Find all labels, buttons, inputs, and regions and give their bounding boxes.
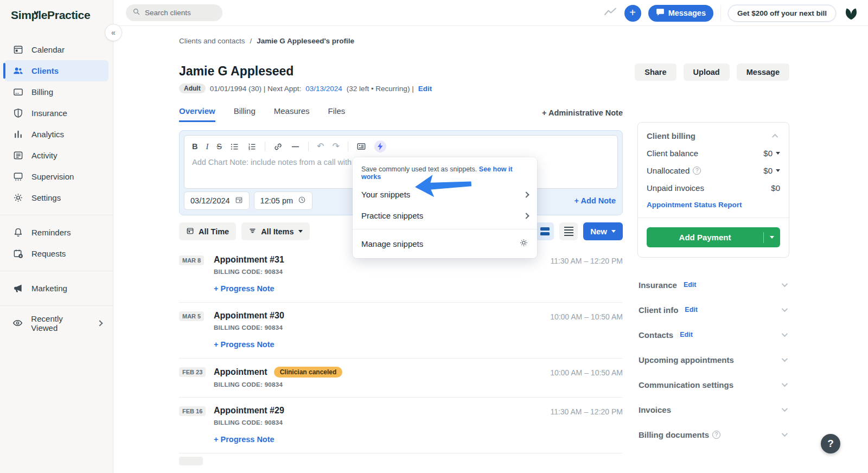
- clients-icon: [12, 66, 23, 76]
- new-button[interactable]: New: [583, 222, 623, 240]
- message-button[interactable]: Message: [737, 63, 789, 81]
- chevron-down-icon[interactable]: [782, 356, 788, 362]
- chevron-down-icon[interactable]: [776, 152, 780, 155]
- client-meta-edit-link[interactable]: Edit: [418, 85, 432, 93]
- progress-note-link[interactable]: + Progress Note: [214, 284, 623, 293]
- progress-note-link[interactable]: + Progress Note: [214, 340, 623, 349]
- section-communication-settings[interactable]: Communication settings: [637, 372, 789, 397]
- progress-note-link[interactable]: + Progress Note: [214, 435, 623, 444]
- note-time-input[interactable]: 12:05 pm: [254, 191, 312, 210]
- section-invoices[interactable]: Invoices: [637, 397, 789, 422]
- upload-button[interactable]: Upload: [684, 63, 730, 81]
- section-billing-documents[interactable]: Billing documents?: [637, 422, 789, 447]
- side-sections: InsuranceEditClient infoEditContactsEdit…: [637, 272, 789, 447]
- administrative-note-button[interactable]: + Administrative Note: [542, 108, 623, 122]
- italic-icon[interactable]: I: [206, 142, 208, 151]
- bold-icon[interactable]: B: [192, 142, 197, 151]
- billing-row-value[interactable]: $0: [763, 149, 780, 158]
- chevron-down-icon[interactable]: [782, 381, 788, 387]
- note-date-input[interactable]: 03/12/2024: [184, 191, 250, 210]
- manage-snippets-item[interactable]: Manage snippets: [353, 232, 537, 255]
- section-client-info[interactable]: Client infoEdit: [637, 297, 789, 322]
- right-rail: Client billing Client balance$0Unallocat…: [637, 122, 789, 447]
- section-edit-link[interactable]: Edit: [685, 306, 698, 314]
- section-upcoming-appointments[interactable]: Upcoming appointments: [637, 347, 789, 372]
- billing-row-client-balance: Client balance$0: [647, 149, 780, 158]
- sidebar-item-requests[interactable]: Requests: [4, 243, 108, 264]
- search-bar[interactable]: [126, 4, 222, 21]
- sidebar-item-supervision[interactable]: Supervision: [4, 166, 108, 187]
- your-snippets-item[interactable]: Your snippets: [353, 184, 537, 205]
- filter-icon: [248, 227, 257, 237]
- billing-row-value[interactable]: $0: [763, 166, 780, 175]
- appointment-title[interactable]: Appointment #30: [214, 311, 284, 321]
- appointment-title[interactable]: Appointment #31: [214, 255, 284, 265]
- undo-icon[interactable]: ↶: [317, 142, 324, 151]
- sidebar-item-settings[interactable]: Settings: [4, 187, 108, 208]
- chevron-down-icon[interactable]: [782, 306, 788, 312]
- chevron-down-icon[interactable]: [782, 406, 788, 412]
- sidebar-item-reminders[interactable]: Reminders: [4, 222, 108, 243]
- appointment-title[interactable]: Appointment #29: [214, 406, 284, 416]
- sidebar-item-recently-viewed[interactable]: Recently Viewed: [4, 312, 108, 334]
- tab-billing[interactable]: Billing: [234, 106, 256, 122]
- sidebar-collapse-button[interactable]: «: [105, 24, 122, 41]
- search-input[interactable]: [145, 9, 215, 17]
- messages-button[interactable]: Messages: [648, 5, 713, 22]
- add-payment-button[interactable]: Add Payment: [647, 227, 780, 247]
- list-view-toggle[interactable]: [559, 222, 578, 240]
- sidebar-item-billing[interactable]: Billing: [4, 81, 108, 103]
- section-edit-link[interactable]: Edit: [684, 281, 697, 289]
- tab-overview[interactable]: Overview: [179, 106, 215, 122]
- sidebar-item-activity[interactable]: Activity: [4, 145, 108, 166]
- items-filter-button[interactable]: All Items: [241, 222, 309, 240]
- chevron-down-icon[interactable]: [782, 331, 788, 337]
- sidebar-nav: CalendarClientsBillingInsuranceAnalytics…: [0, 39, 113, 334]
- practice-snippets-item[interactable]: Practice snippets: [353, 205, 537, 226]
- section-edit-link[interactable]: Edit: [680, 331, 693, 338]
- sidebar-item-calendar[interactable]: Calendar: [4, 39, 108, 60]
- help-button[interactable]: ?: [821, 434, 840, 453]
- chevron-up-icon[interactable]: [772, 133, 778, 139]
- add-note-button[interactable]: + Add Note: [575, 196, 618, 205]
- link-icon[interactable]: [273, 142, 283, 151]
- account-avatar[interactable]: [843, 5, 859, 21]
- create-new-button[interactable]: +: [624, 5, 641, 22]
- help-icon[interactable]: ?: [693, 167, 701, 175]
- section-insurance[interactable]: InsuranceEdit: [637, 272, 789, 297]
- horizontal-rule-icon[interactable]: [291, 142, 300, 151]
- chevron-down-icon[interactable]: [782, 431, 788, 437]
- appointment-title[interactable]: Appointment: [214, 367, 267, 377]
- share-button[interactable]: Share: [635, 63, 676, 81]
- section-contacts[interactable]: ContactsEdit: [637, 322, 789, 347]
- appointment-status-report-link[interactable]: Appointment Status Report: [647, 201, 780, 209]
- chevron-down-icon[interactable]: [782, 281, 788, 287]
- breadcrumb-parent[interactable]: Clients and contacts: [179, 37, 245, 45]
- template-card-icon[interactable]: [356, 142, 366, 151]
- chevron-down-icon[interactable]: [764, 236, 780, 239]
- sidebar-item-insurance[interactable]: Insurance: [4, 103, 108, 124]
- chevron-down-icon[interactable]: [776, 169, 780, 172]
- help-icon[interactable]: ?: [712, 431, 720, 439]
- snippets-lightning-icon[interactable]: [374, 140, 386, 152]
- sidebar-item-analytics[interactable]: Analytics: [4, 124, 108, 145]
- billing-row-label: Unpaid invoices: [647, 183, 704, 193]
- tab-measures[interactable]: Measures: [274, 106, 310, 122]
- topbar-right: + Messages Get $200 off your next bill: [603, 0, 859, 26]
- promo-button[interactable]: Get $200 off your next bill: [728, 5, 836, 22]
- trend-icon[interactable]: [603, 7, 617, 19]
- time-filter-button[interactable]: All Time: [179, 222, 236, 240]
- client-billing-rows: Client balance$0Unallocated?$0Unpaid inv…: [647, 149, 780, 193]
- client-meta-prefix: 01/01/1994 (30) | Next Appt:: [210, 85, 302, 93]
- sidebar-item-marketing[interactable]: Marketing: [4, 278, 108, 299]
- app-logo[interactable]: SimplePractice: [0, 0, 113, 22]
- numbered-list-icon[interactable]: [247, 142, 257, 151]
- sidebar-divider: [0, 271, 113, 271]
- redo-icon[interactable]: ↷: [332, 142, 339, 151]
- strikethrough-icon[interactable]: S: [216, 142, 222, 151]
- card-view-toggle[interactable]: [535, 222, 554, 240]
- next-appt-date-link[interactable]: 03/13/2024: [305, 85, 342, 93]
- bullet-list-icon[interactable]: [230, 142, 239, 151]
- tab-files[interactable]: Files: [328, 106, 346, 122]
- sidebar-item-clients[interactable]: Clients: [4, 60, 108, 81]
